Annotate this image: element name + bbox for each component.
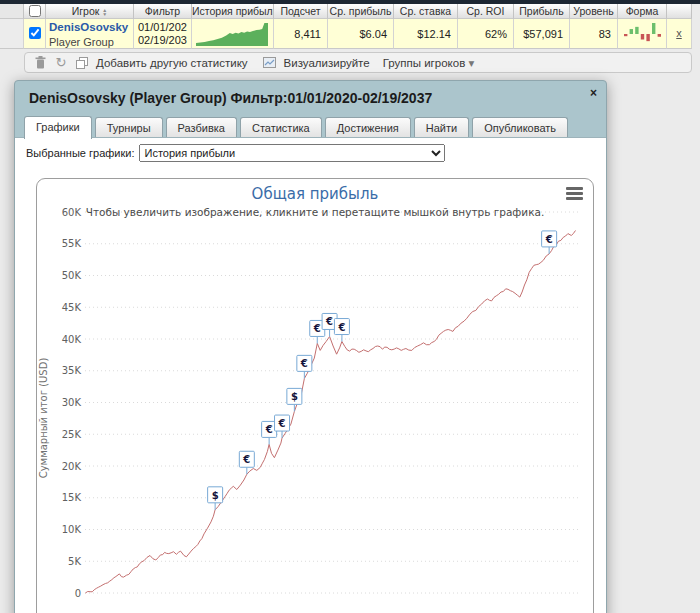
visualize-button[interactable]: Визуализируйте (284, 57, 370, 69)
count-cell: 8,411 (274, 19, 328, 49)
table-row: DenisOsovsky Player Group 01/01/202 02/1… (0, 19, 692, 49)
y-tick-label: 40K (62, 334, 82, 345)
level-cell: 83 (570, 19, 618, 49)
event-flag-dollar[interactable]: $ (208, 487, 223, 510)
svg-text:€: € (313, 323, 321, 334)
y-tick-label: 10K (62, 524, 82, 535)
delete-icon[interactable] (33, 56, 47, 70)
graph-select[interactable]: История прибыли (139, 144, 445, 162)
add-statistic-button[interactable]: Добавить другую статистику (96, 57, 248, 69)
row-checkbox[interactable] (29, 27, 41, 39)
svg-text:€: € (300, 358, 308, 369)
col-count[interactable]: Подсчет (274, 4, 328, 19)
col-filter[interactable]: Фильтр (134, 4, 192, 19)
dialog-close-icon[interactable]: × (590, 86, 597, 100)
y-tick-label: 30K (62, 397, 82, 408)
event-flag-dollar[interactable]: $ (287, 388, 302, 411)
form-cell (618, 19, 667, 49)
add-statistic-icon[interactable] (75, 56, 89, 70)
svg-text:$: $ (212, 490, 219, 501)
svg-text:€: € (278, 418, 286, 429)
col-avg-profit[interactable]: Ср. прибыль (328, 4, 394, 19)
y-tick-label: 35K (62, 365, 82, 376)
table-toolbar: ↻ Добавить другую статистику Визуализиру… (24, 52, 692, 73)
col-avg-roi[interactable]: Ср. ROI (458, 4, 514, 19)
player-cell[interactable]: DenisOsovsky Player Group (46, 19, 134, 49)
refresh-icon[interactable]: ↻ (54, 56, 68, 70)
y-axis-title: Суммарный итог (USD) (38, 358, 49, 479)
svg-text:$: $ (291, 391, 298, 402)
remove-cell: x (667, 19, 692, 49)
filter-cell[interactable]: 01/01/202 02/19/203 (134, 19, 192, 49)
player-name[interactable]: DenisOsovsky (49, 21, 128, 33)
row-index-header (0, 4, 24, 19)
table-header-row: Игрок▲▼ Фильтр История прибыли Подсчет С… (0, 4, 692, 19)
y-tick-label: 20K (62, 461, 82, 472)
y-tick-label: 50K (62, 270, 82, 281)
row-select-cell (24, 19, 46, 49)
player-detail-dialog: DenisOsovsky (Player Group) Фильтр:01/01… (14, 80, 607, 613)
profit-history-chart: -5K05K10K15K20K25K30K35K40K45K50K55K60K0… (37, 179, 593, 613)
svg-text:€: € (337, 322, 345, 333)
dialog-tab-bar: ГрафикиТурнирыРазбивкаСтатистикаДостижен… (15, 112, 606, 139)
history-sparkline-cell[interactable] (192, 19, 274, 49)
event-flag-euro[interactable]: € (297, 355, 312, 378)
svg-text:€: € (325, 316, 333, 327)
select-all-cell (24, 4, 46, 19)
row-index-cell (0, 19, 24, 49)
chart-title: Общая прибыль (37, 185, 593, 203)
event-flag-euro[interactable]: € (334, 319, 349, 342)
col-remove (667, 4, 692, 19)
col-form[interactable]: Форма (618, 4, 667, 19)
svg-text:€: € (545, 234, 553, 245)
dialog-body: Выбранные графики: История прибыли Общая… (15, 137, 606, 613)
visualize-icon[interactable] (263, 56, 277, 70)
y-tick-label: 25K (62, 429, 82, 440)
profit-line-series (85, 231, 575, 594)
player-stats-table: Игрок▲▼ Фильтр История прибыли Подсчет С… (0, 4, 692, 49)
remove-row-link[interactable]: x (676, 19, 682, 39)
y-tick-label: 15K (62, 492, 82, 503)
dialog-title: DenisOsovsky (Player Group) Фильтр:01/01… (15, 81, 606, 112)
y-tick-label: 55K (62, 238, 82, 249)
col-profit[interactable]: Прибыль (514, 4, 570, 19)
event-flag-euro[interactable]: € (542, 231, 557, 254)
caret-down-icon: ▾ (468, 57, 474, 69)
chart-subtitle: Чтобы увеличить изображение, кликните и … (37, 206, 593, 218)
profit-sparkline (193, 20, 273, 48)
y-tick-label: 0 (75, 588, 81, 599)
col-history[interactable]: История прибыли (192, 4, 274, 19)
form-mini-chart (619, 20, 666, 48)
y-tick-label: 5K (68, 556, 81, 567)
sort-icon[interactable]: ▲▼ (102, 8, 107, 16)
avg-stake-cell: $12.14 (394, 19, 458, 49)
player-group: Player Group (49, 36, 114, 48)
event-flag-euro[interactable]: € (239, 451, 254, 474)
chart-menu-icon[interactable] (566, 187, 583, 201)
player-groups-dropdown[interactable]: Группы игроков ▾ (383, 56, 475, 70)
profit-chart-panel[interactable]: Общая прибыль Чтобы увеличить изображени… (36, 178, 594, 613)
svg-text:€: € (265, 424, 273, 435)
avg-roi-cell: 62% (458, 19, 514, 49)
profit-cell: $57,091 (514, 19, 570, 49)
tab-1[interactable]: Графики (24, 116, 92, 139)
avg-profit-cell: $6.04 (328, 19, 394, 49)
col-avg-stake[interactable]: Ср. ставка (394, 4, 458, 19)
y-tick-label: 45K (62, 302, 82, 313)
select-all-checkbox[interactable] (29, 5, 41, 17)
svg-text:€: € (242, 454, 250, 465)
col-player[interactable]: Игрок▲▼ (46, 4, 134, 19)
col-level[interactable]: Уровень (570, 4, 618, 19)
selected-graphs-label: Выбранные графики: (26, 147, 134, 159)
